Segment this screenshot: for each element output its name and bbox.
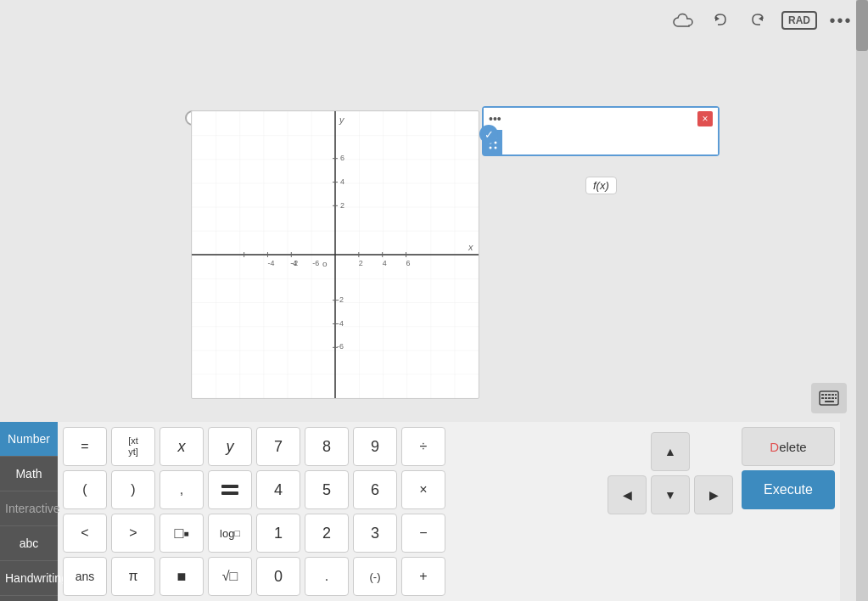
key-x[interactable]: x xyxy=(160,427,204,466)
input-row xyxy=(484,130,718,154)
key-fraction[interactable] xyxy=(208,470,252,509)
arrow-left-button[interactable]: ◀ xyxy=(608,475,647,514)
keyboard-sidebar: Number Math Interactive abc Handwriting xyxy=(0,422,58,601)
key-y[interactable]: y xyxy=(208,427,252,466)
cloud-icon[interactable] xyxy=(669,7,697,34)
scrollbar[interactable] xyxy=(856,0,868,601)
svg-rect-47 xyxy=(828,397,831,399)
key-less-than[interactable]: < xyxy=(63,514,107,553)
action-buttons: Delete Execute xyxy=(742,427,835,509)
key-close-paren[interactable]: ) xyxy=(111,470,155,509)
svg-text:x: x xyxy=(468,242,473,252)
key-3[interactable]: 3 xyxy=(353,514,397,553)
svg-text:-4: -4 xyxy=(267,259,274,267)
svg-rect-42 xyxy=(828,394,831,396)
delete-label-red: D xyxy=(770,440,779,454)
key-negate[interactable]: (-) xyxy=(353,557,397,596)
arrow-up-button[interactable]: ▲ xyxy=(651,432,690,471)
more-icon[interactable]: ••• xyxy=(827,7,854,34)
panel-dots[interactable]: ••• xyxy=(489,112,501,126)
svg-rect-46 xyxy=(825,397,827,399)
key-equals[interactable]: = xyxy=(63,427,107,466)
key-pi[interactable]: π xyxy=(111,557,155,596)
svg-rect-49 xyxy=(835,397,837,399)
undo-icon[interactable] xyxy=(707,7,734,34)
svg-marker-1 xyxy=(759,16,763,21)
key-square[interactable]: □■ xyxy=(160,514,204,553)
svg-text:4: 4 xyxy=(340,177,344,186)
redo-icon[interactable] xyxy=(744,7,771,34)
rad-button[interactable]: RAD xyxy=(781,11,817,30)
svg-rect-51 xyxy=(221,485,238,488)
svg-rect-45 xyxy=(821,397,824,399)
key-greater-than[interactable]: > xyxy=(111,514,155,553)
svg-text:6: 6 xyxy=(406,259,411,267)
key-7[interactable]: 7 xyxy=(256,427,300,466)
key-log[interactable]: log□ xyxy=(208,514,252,553)
key-4[interactable]: 4 xyxy=(256,470,300,509)
svg-text:-2: -2 xyxy=(337,295,344,304)
svg-rect-48 xyxy=(832,397,834,399)
svg-text:-6: -6 xyxy=(312,259,319,267)
panel-close-button[interactable]: × xyxy=(697,111,713,126)
sidebar-tab-abc[interactable]: abc xyxy=(0,526,58,561)
key-8[interactable]: 8 xyxy=(305,427,349,466)
sidebar-tab-number[interactable]: Number xyxy=(0,422,58,457)
key-6[interactable]: 6 xyxy=(353,470,397,509)
fx-badge[interactable]: f(x) xyxy=(585,177,617,194)
key-row-3: < > □■ log□ 1 2 3 − xyxy=(63,514,602,553)
key-plus[interactable]: + xyxy=(401,557,445,596)
key-row-2: ( ) , 4 5 6 × xyxy=(63,470,602,509)
toolbar: RAD ••• xyxy=(0,0,868,41)
svg-text:6: 6 xyxy=(340,154,344,162)
svg-rect-40 xyxy=(821,394,824,396)
svg-rect-50 xyxy=(825,401,834,402)
key-1[interactable]: 1 xyxy=(256,514,300,553)
key-comma[interactable]: , xyxy=(160,470,204,509)
key-box[interactable]: ■ xyxy=(160,557,204,596)
arrow-down-button[interactable]: ▼ xyxy=(651,475,690,514)
key-decimal[interactable]: . xyxy=(305,557,349,596)
graph-canvas: x y o -6 -4 -4 -2 2 4 6 6 4 2 -2 -4 -6 xyxy=(191,110,479,399)
keyboard-toggle-button[interactable] xyxy=(811,383,847,413)
execute-button[interactable]: Execute xyxy=(742,470,835,509)
arrow-cluster: ▲ ◀ ▼ ▶ xyxy=(608,432,733,514)
key-multiply[interactable]: × xyxy=(401,470,445,509)
keyboard-main: = [xtyt] x y 7 8 9 ÷ ( ) , 4 5 6 × xyxy=(58,422,608,601)
svg-marker-0 xyxy=(715,16,720,21)
key-ans[interactable]: ans xyxy=(63,557,107,596)
svg-point-37 xyxy=(490,146,492,149)
expression-input[interactable] xyxy=(502,130,718,154)
key-sqrt[interactable]: √□ xyxy=(208,557,252,596)
arrow-empty-tl xyxy=(608,432,647,471)
arrow-empty-tr xyxy=(694,432,733,471)
sidebar-tab-interactive[interactable]: Interactive xyxy=(0,491,58,526)
svg-text:2: 2 xyxy=(359,259,363,267)
key-open-paren[interactable]: ( xyxy=(63,470,107,509)
graph-svg: x y o -6 -4 -4 -2 2 4 6 6 4 2 -2 -4 -6 xyxy=(192,111,479,398)
key-divide[interactable]: ÷ xyxy=(401,427,445,466)
svg-text:-6: -6 xyxy=(337,342,344,351)
svg-rect-41 xyxy=(825,394,827,396)
key-5[interactable]: 5 xyxy=(305,470,349,509)
svg-point-38 xyxy=(495,146,497,149)
svg-text:4: 4 xyxy=(383,259,387,267)
right-section: ▲ ◀ ▼ ▶ Delete Execute xyxy=(608,422,840,601)
key-minus[interactable]: − xyxy=(401,514,445,553)
key-xt-yt[interactable]: [xtyt] xyxy=(111,427,155,466)
key-2[interactable]: 2 xyxy=(305,514,349,553)
sidebar-tab-handwriting[interactable]: Handwriting xyxy=(0,561,58,596)
input-panel: ••• × xyxy=(482,106,720,156)
svg-rect-43 xyxy=(832,394,834,396)
delete-label-rest: elete xyxy=(779,440,807,454)
key-row-4: ans π ■ √□ 0 . (-) + xyxy=(63,557,602,596)
delete-button[interactable]: Delete xyxy=(742,427,835,466)
checkmark-badge[interactable]: ✓ xyxy=(479,125,498,143)
key-9[interactable]: 9 xyxy=(353,427,397,466)
svg-rect-44 xyxy=(835,394,837,396)
arrow-right-button[interactable]: ▶ xyxy=(694,475,733,514)
sidebar-tab-math[interactable]: Math xyxy=(0,457,58,491)
key-0[interactable]: 0 xyxy=(256,557,300,596)
svg-text:-2: -2 xyxy=(291,259,298,267)
svg-text:2: 2 xyxy=(340,201,344,210)
